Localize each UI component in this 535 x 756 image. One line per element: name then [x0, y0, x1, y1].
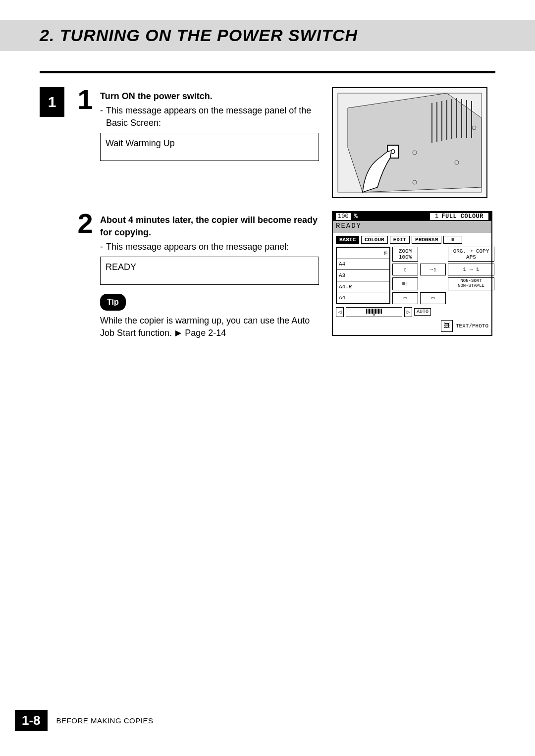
step-1: 1 Turn ON the power switch. - This messa…: [75, 87, 322, 161]
lcd-count: 1: [435, 213, 438, 220]
lcd-tab-program: PROGRAM: [412, 236, 441, 244]
ratio-cell: 1 → 1: [448, 264, 494, 275]
lcd-tab-colour: COLOUR: [361, 236, 388, 244]
lcd-tab-more: ≡: [443, 236, 462, 244]
list-icon: ≡↕: [392, 277, 418, 290]
message-box: READY: [100, 257, 319, 285]
page-ref-arrow-icon: [175, 330, 181, 336]
tip-text: While the copier is warming up, you can …: [100, 315, 322, 339]
density-left-icon: ◁: [336, 307, 344, 317]
textphoto-icon: 🖾: [441, 320, 453, 332]
paper-tray-stack: ⎘ A4 A3 A4-R A4: [336, 247, 390, 304]
step-number: 1: [75, 87, 95, 112]
chapter-tab: 1: [40, 87, 64, 117]
lcd-tab-edit: EDIT: [390, 236, 410, 244]
lcd-panel-illustration: 100 % 1FULL COLOUR READY BASIC COLOUR ED…: [332, 211, 492, 336]
bullet-dash: -: [100, 105, 103, 129]
duplex-icon: ▯: [392, 264, 418, 275]
finish-icon: ▭: [392, 292, 418, 304]
lcd-ready: READY: [333, 221, 491, 233]
lcd-grid: ⎘ A4 A3 A4-R A4 ZOOM100%: [336, 247, 488, 304]
bullet-dash: -: [100, 241, 103, 253]
section-header: 2. TURNING ON THE POWER SWITCH: [0, 20, 535, 51]
lcd-mode: FULL COLOUR: [441, 213, 483, 220]
orgcopy-cell: ORG. ➜ COPYAPS: [448, 247, 494, 262]
power-switch-illustration: [332, 87, 487, 198]
divider: [40, 71, 495, 73]
section-title: 2. TURNING ON THE POWER SWITCH: [40, 26, 535, 45]
step-heading: Turn ON the power switch.: [100, 90, 322, 103]
sort-cell: NON-SORTNON-STAPLE: [448, 277, 494, 290]
auto-button: AUTO: [414, 308, 431, 316]
finish-icon: ▭: [420, 292, 446, 304]
step-text: This message appears on the message pane…: [106, 241, 289, 253]
zoom-cell: ZOOM100%: [392, 247, 418, 262]
step-2: 2 About 4 minutes later, the copier will…: [75, 211, 322, 340]
page-number: 1-8: [15, 710, 48, 731]
step-number: 2: [75, 211, 95, 236]
lcd-percent: 100: [336, 213, 351, 220]
page-footer: 1-8 BEFORE MAKING COPIES: [15, 710, 153, 731]
duplex-icon: →▯: [420, 264, 446, 275]
tip-badge: Tip: [100, 294, 126, 311]
step-text: This message appears on the message pane…: [106, 105, 322, 129]
textphoto-label: TEXT/PHOTO: [456, 323, 488, 329]
tray-icon: ⎘: [384, 250, 387, 256]
density-bar: [346, 307, 402, 317]
density-right-icon: ▷: [404, 307, 412, 317]
step-heading: About 4 minutes later, the copier will b…: [100, 214, 322, 239]
lcd-tab-basic: BASIC: [336, 236, 359, 244]
message-box: Wait Warming Up: [100, 133, 319, 161]
footer-label: BEFORE MAKING COPIES: [56, 716, 154, 725]
